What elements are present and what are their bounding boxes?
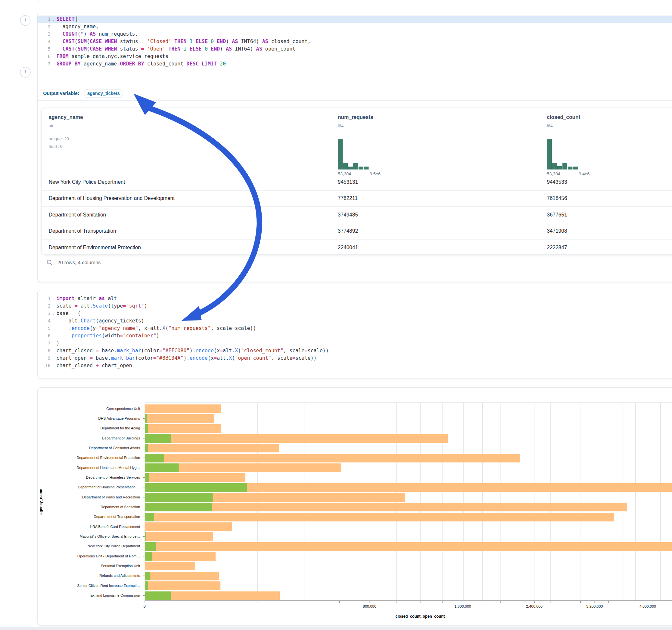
bar-open-count — [145, 503, 212, 511]
y-axis-category-label: Personal Exemption Unit — [101, 564, 140, 568]
gridline — [421, 403, 421, 600]
fold-marker — [51, 317, 56, 325]
histogram-bar — [557, 166, 562, 169]
x-axis-tick — [482, 601, 482, 603]
fold-marker[interactable]: ⌄ — [51, 310, 56, 317]
code-line[interactable]: 10chart_closed + chart_open — [38, 362, 672, 369]
python-code-cell: 1import altair as alt2scale = alt.Scale(… — [37, 290, 672, 378]
line-number: 1 — [38, 16, 51, 23]
line-number: 5 — [38, 45, 51, 53]
line-number: 9 — [38, 355, 51, 362]
row-column-count: 20 rows, 4 columns — [57, 260, 101, 265]
y-axis-tick — [143, 428, 145, 429]
table-row[interactable]: Department of Housing Preservation and D… — [42, 190, 672, 207]
table-row[interactable]: New York City Police Department945313194… — [42, 174, 672, 190]
output-variable-chip[interactable]: agency_tickets — [83, 89, 123, 98]
fold-marker — [51, 340, 56, 347]
table-footer: 20 rows, 4 columns — [46, 259, 101, 266]
y-axis-tick — [143, 477, 145, 478]
x-axis-domain-line — [145, 601, 672, 601]
y-axis-tick — [143, 586, 145, 586]
code-line[interactable]: 3 COUNT(*) AS num_requests, — [38, 30, 672, 38]
y-axis-tick — [143, 566, 145, 566]
cell-closed-count: 3471908 — [547, 228, 567, 234]
histogram-bar — [547, 139, 552, 169]
x-axis-tick — [635, 601, 635, 603]
y-axis-tick — [143, 418, 145, 419]
x-axis-tick-label: 800,000 — [363, 604, 376, 608]
y-axis-category-label: New York City Police Department — [88, 544, 140, 548]
line-number: 5 — [38, 325, 51, 332]
column-stat-unique: unique: 20 — [49, 137, 69, 141]
python-code-editor[interactable]: 1import altair as alt2scale = alt.Scale(… — [38, 290, 672, 369]
code-line[interactable]: 2 agency_name, — [38, 23, 672, 30]
bar-open-count — [145, 483, 247, 492]
bar-closed-count — [145, 434, 448, 443]
y-axis-tick — [143, 595, 145, 596]
fold-marker[interactable]: ⌄ — [51, 16, 56, 23]
y-axis-category-label: Operations Unit - Department of Hom… — [77, 554, 140, 558]
x-axis: closed_count, open_count 0800,0001,600,0… — [145, 601, 672, 623]
y-axis-category-label: Department of Environmental Protection — [76, 456, 140, 460]
cell-closed-count: 3677651 — [547, 212, 567, 218]
fold-marker — [51, 30, 56, 38]
x-axis-tick — [534, 601, 534, 603]
gridline — [609, 403, 609, 600]
bar-open-count — [145, 473, 149, 482]
add-cell-button-top[interactable]: + — [20, 15, 30, 26]
code-line[interactable]: 1⌄SELECT — [38, 16, 672, 23]
gridline — [660, 403, 661, 600]
cell-closed-count: 9443533 — [547, 179, 567, 185]
code-line[interactable]: 5 CAST(SUM(CASE WHEN status = 'Open' THE… — [38, 45, 672, 53]
code-line[interactable]: 2scale = alt.Scale(type="sqrt") — [38, 302, 672, 310]
histogram-bar — [364, 167, 368, 169]
bar-open-count — [145, 552, 152, 561]
bar-closed-count — [145, 581, 220, 590]
x-axis-tick — [566, 601, 566, 603]
x-axis-title: closed_count, open_count — [395, 614, 445, 619]
bar-closed-count — [145, 424, 221, 433]
cell-closed-count: 7618456 — [547, 195, 567, 201]
line-number: 7 — [38, 60, 51, 68]
x-axis-tick-label: 3,200,000 — [586, 604, 603, 608]
y-axis-category-label: Department of Housing Preservation … — [78, 485, 140, 489]
column-header-agency-name: agency_name — [49, 114, 83, 120]
gridline — [482, 403, 483, 600]
code-line[interactable]: 3⌄base = ( — [38, 310, 672, 317]
table-row[interactable]: Department of Sanitation37494853677651 — [42, 207, 672, 223]
y-axis-tick — [143, 546, 145, 547]
histogram-closed-count — [547, 139, 578, 169]
code-text: ) — [56, 340, 672, 347]
fold-marker — [51, 53, 56, 60]
code-text: chart_closed = base.mark_bar(color="#FFC… — [56, 347, 672, 355]
code-line[interactable]: 6FROM sample_data.nyc.service_requests — [38, 53, 672, 60]
y-axis-tick — [143, 516, 145, 517]
line-number: 4 — [38, 317, 51, 325]
line-number: 7 — [38, 340, 51, 347]
code-line[interactable]: 7GROUP BY agency_name ORDER BY closed_co… — [38, 60, 672, 68]
code-line[interactable]: 4 alt.Chart(agency_tickets) — [38, 317, 672, 325]
code-line[interactable]: 4 CAST(SUM(CASE WHEN status = 'Closed' T… — [38, 38, 672, 45]
code-text: scale = alt.Scale(type="sqrt") — [56, 302, 672, 310]
table-row[interactable]: Department of Environmental Protection22… — [42, 239, 672, 256]
code-line[interactable]: 6 .properties(width="container") — [38, 332, 672, 340]
code-line[interactable]: 1import altair as alt — [38, 295, 672, 302]
code-line[interactable]: 8chart_closed = base.mark_bar(color="#FF… — [38, 347, 672, 355]
code-line[interactable]: 7) — [38, 340, 672, 347]
fold-marker — [51, 362, 56, 369]
code-line[interactable]: 5 .encode(y="agency_name", x=alt.X("num_… — [38, 325, 672, 332]
add-cell-button-middle[interactable]: + — [20, 67, 30, 77]
line-number: 8 — [38, 347, 51, 355]
y-axis-category-label: HRA Benefit Card Replacement — [90, 525, 140, 529]
x-axis-tick — [500, 601, 501, 603]
line-number: 2 — [38, 302, 51, 310]
code-line[interactable]: 9chart_open = base.mark_bar(color="#8BC3… — [38, 355, 672, 362]
fold-marker — [51, 38, 56, 45]
y-axis-category-label: Department of Homeless Services — [86, 476, 140, 479]
bar-closed-count — [145, 454, 520, 462]
sql-code-editor[interactable]: 1⌄SELECT2 agency_name,3 COUNT(*) AS num_… — [38, 13, 672, 68]
search-icon[interactable] — [46, 259, 53, 266]
table-row[interactable]: Department of Transportation377489234719… — [42, 223, 672, 240]
column-stat-nulls: nulls: 0 — [49, 144, 63, 149]
x-axis-tick — [608, 601, 609, 603]
